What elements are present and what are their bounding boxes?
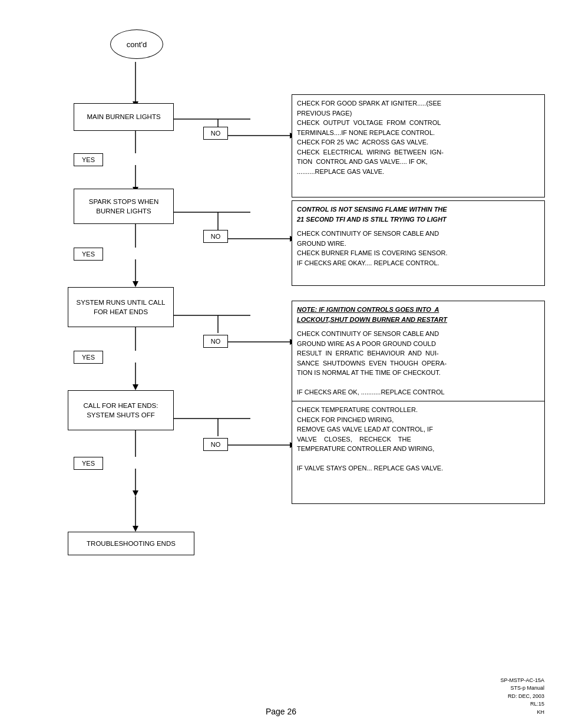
contd-shape: cont'd [110,29,163,59]
no-box-1: NO [203,127,228,140]
no-box-3: NO [203,335,228,348]
doc-info-line5: KH [500,709,544,717]
yes-label-1: YES [82,156,95,163]
page-number: Page 26 [266,707,296,716]
info-box-3-body: CHECK CONTINUITY OF SENSOR CABLE AND GRO… [297,329,540,397]
doc-info: SP-MSTP-AC-15A STS-p Manual RD: DEC, 200… [500,677,544,717]
info-box-2: CONTROL IS NOT SENSING FLAME WITHIN THE … [292,200,545,286]
troubleshooting-label: TROUBLESHOOTING ENDS [87,539,176,548]
info-box-4: CHECK TEMPERATURE CONTROLLER. CHECK FOR … [292,401,545,504]
info-box-3-title: NOTE: IF IGNITION CONTROLS GOES INTO A L… [297,305,540,324]
doc-info-line4: RL:15 [500,700,544,709]
yes-box-1: YES [74,153,103,166]
contd-label: cont'd [127,40,147,49]
yes-box-3: YES [74,351,103,364]
no-box-2: NO [203,230,228,243]
info-box-1-text: CHECK FOR GOOD SPARK AT IGNITER.....(SEE… [297,100,444,175]
svg-marker-11 [133,281,138,287]
doc-info-line3: RD: DEC, 2003 [500,693,544,701]
spark-stops-label: SPARK STOPS WHEN BURNER LIGHTS [89,197,158,216]
page: cont'd MAIN BURNER LIGHTS NO YES CHECK F… [0,0,562,728]
info-box-2-title: CONTROL IS NOT SENSING FLAME WITHIN THE … [297,205,540,224]
flowchart-arrows [18,12,544,18]
main-burner-label: MAIN BURNER LIGHTS [87,112,160,121]
doc-info-line2: STS-p Manual [500,684,544,693]
call-for-heat-label: CALL FOR HEAT ENDS: SYSTEM SHUTS OFF [84,401,158,420]
doc-info-line1: SP-MSTP-AC-15A [500,677,544,685]
svg-marker-31 [133,526,138,532]
no-box-4: NO [203,438,228,451]
yes-box-4: YES [74,457,103,470]
info-box-2-body: CHECK CONTINUITY OF SENSOR CABLE AND GRO… [297,229,540,268]
call-for-heat-box: CALL FOR HEAT ENDS: SYSTEM SHUTS OFF [68,390,174,430]
main-burner-box: MAIN BURNER LIGHTS [74,103,174,131]
no-label-3: NO [211,338,221,345]
troubleshooting-box: TROUBLESHOOTING ENDS [68,532,194,555]
system-runs-label: SYSTEM RUNS UNTIL CALL FOR HEAT ENDS [76,298,165,317]
spark-stops-box: SPARK STOPS WHEN BURNER LIGHTS [74,189,174,224]
no-label-4: NO [211,441,221,448]
footer: Page 26 SP-MSTP-AC-15A STS-p Manual RD: … [18,707,544,716]
svg-marker-18 [133,384,138,390]
yes-label-2: YES [82,251,95,258]
yes-label-4: YES [82,460,95,467]
system-runs-box: SYSTEM RUNS UNTIL CALL FOR HEAT ENDS [68,287,174,327]
svg-marker-25 [133,490,138,496]
flowchart: cont'd MAIN BURNER LIGHTS NO YES CHECK F… [18,12,544,18]
info-box-1: CHECK FOR GOOD SPARK AT IGNITER.....(SEE… [292,94,545,197]
no-label-2: NO [211,233,221,240]
info-box-4-text: CHECK TEMPERATURE CONTROLLER. CHECK FOR … [297,406,443,472]
yes-box-2: YES [74,248,103,261]
yes-label-3: YES [82,354,95,361]
no-label-1: NO [211,130,221,137]
